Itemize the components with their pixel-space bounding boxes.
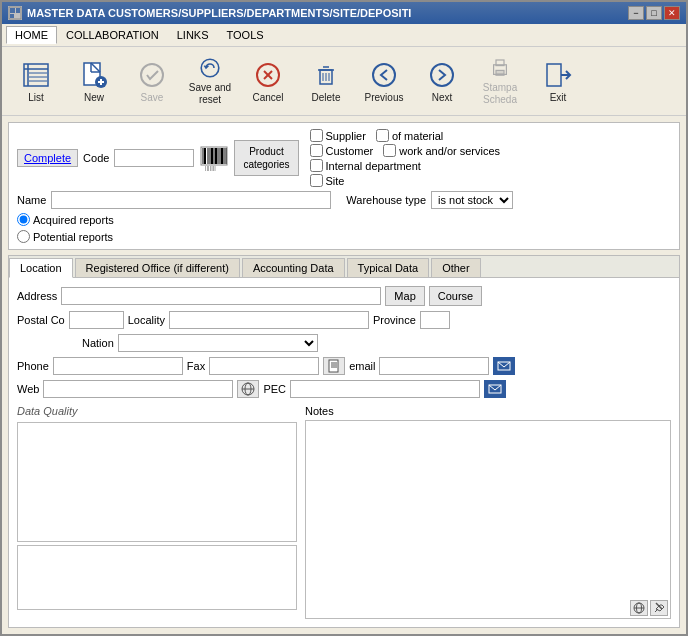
web-globe-button[interactable] — [237, 380, 259, 398]
pec-input[interactable] — [290, 380, 480, 398]
form-header: Complete Code — [8, 122, 680, 250]
new-button[interactable]: New — [66, 51, 122, 111]
site-checkbox[interactable] — [310, 174, 323, 187]
email-label: email — [349, 360, 375, 372]
svg-rect-35 — [547, 64, 561, 86]
name-label: Name — [17, 194, 46, 206]
nation-row: Nation — [17, 334, 671, 352]
province-input[interactable] — [420, 311, 450, 329]
previous-button[interactable]: Previous — [356, 51, 412, 111]
notes-pin-icon[interactable] — [650, 600, 668, 616]
course-button[interactable]: Course — [429, 286, 482, 306]
internal-dept-checkbox-row: Internal department — [310, 159, 421, 172]
customer-checkbox-row: Customer — [310, 144, 374, 157]
menu-tools[interactable]: TOOLS — [218, 26, 273, 44]
menu-bar: HOME COLLABORATION LINKS TOOLS — [2, 24, 686, 47]
print-icon — [485, 56, 515, 80]
customer-checkbox[interactable] — [310, 144, 323, 157]
notes-label: Notes — [305, 405, 671, 417]
warehouse-select[interactable]: is not stock stock — [431, 191, 513, 209]
supplier-checkbox[interactable] — [310, 129, 323, 142]
product-categories-label: Productcategories — [243, 145, 289, 171]
pec-label: PEC — [263, 383, 286, 395]
fax-input[interactable] — [209, 357, 319, 375]
maximize-button[interactable]: □ — [646, 6, 662, 20]
work-services-checkbox[interactable] — [383, 144, 396, 157]
svg-point-29 — [431, 64, 453, 86]
save-button: Save — [124, 51, 180, 111]
exit-icon — [543, 60, 573, 90]
email-send-button[interactable] — [493, 357, 515, 375]
delete-button[interactable]: Delete — [298, 51, 354, 111]
tab-typical-data[interactable]: Typical Data — [347, 258, 430, 277]
svg-point-28 — [373, 64, 395, 86]
svg-text:|||||||: ||||||| — [205, 165, 216, 171]
save-reset-button[interactable]: Save and reset — [182, 51, 238, 111]
cancel-icon — [253, 60, 283, 90]
data-quality-label: Data Quality — [17, 405, 297, 417]
lower-left-box — [17, 545, 297, 610]
cancel-button[interactable]: Cancel — [240, 51, 296, 111]
tab-container: Location Registered Office (if different… — [8, 255, 680, 628]
product-categories-button[interactable]: Productcategories — [234, 140, 298, 176]
postal-row: Postal Co Locality Province — [17, 311, 671, 329]
tab-location[interactable]: Location — [9, 258, 73, 278]
of-material-checkbox[interactable] — [376, 129, 389, 142]
address-row: Address Map Course — [17, 286, 671, 306]
nation-select[interactable] — [118, 334, 318, 352]
menu-collaboration[interactable]: COLLABORATION — [57, 26, 168, 44]
potential-radio-row: Potential reports — [17, 230, 113, 243]
toolbar: List New Save — [2, 47, 686, 116]
postal-label: Postal Co — [17, 314, 65, 326]
stampa-button: Stampa Scheda — [472, 51, 528, 111]
web-label: Web — [17, 383, 39, 395]
menu-links[interactable]: LINKS — [168, 26, 218, 44]
menu-home[interactable]: HOME — [6, 26, 57, 44]
svg-point-17 — [141, 64, 163, 86]
web-row: Web PEC — [17, 380, 671, 398]
code-input[interactable] — [114, 149, 194, 167]
complete-button[interactable]: Complete — [17, 149, 78, 167]
address-input[interactable] — [61, 287, 381, 305]
phone-label: Phone — [17, 360, 49, 372]
web-input[interactable] — [43, 380, 233, 398]
nation-label: Nation — [82, 337, 114, 349]
email-input[interactable] — [379, 357, 489, 375]
internal-dept-checkbox[interactable] — [310, 159, 323, 172]
acquired-radio[interactable] — [17, 213, 30, 226]
notes-globe-icon[interactable] — [630, 600, 648, 616]
name-input[interactable] — [51, 191, 331, 209]
tab-other[interactable]: Other — [431, 258, 481, 277]
svg-rect-51 — [329, 360, 338, 372]
phone-input[interactable] — [53, 357, 183, 375]
map-button[interactable]: Map — [385, 286, 424, 306]
new-icon — [79, 60, 109, 90]
delete-icon — [311, 60, 341, 90]
close-button[interactable]: ✕ — [664, 6, 680, 20]
fax-doc-button[interactable] — [323, 357, 345, 375]
acquired-radio-row: Acquired reports — [17, 213, 114, 226]
notes-scrollable[interactable] — [305, 420, 671, 619]
tab-registered-office[interactable]: Registered Office (if different) — [75, 258, 240, 277]
fax-label: Fax — [187, 360, 205, 372]
potential-radio[interactable] — [17, 230, 30, 243]
next-button[interactable]: Next — [414, 51, 470, 111]
svg-rect-1 — [10, 8, 15, 13]
minimize-button[interactable]: − — [628, 6, 644, 20]
svg-rect-2 — [16, 8, 20, 13]
site-checkbox-row: Site — [310, 174, 345, 187]
locality-input[interactable] — [169, 311, 369, 329]
supplier-checkbox-row: Supplier — [310, 129, 366, 142]
pec-send-button[interactable] — [484, 380, 506, 398]
exit-button[interactable]: Exit — [530, 51, 586, 111]
code-label: Code — [83, 152, 109, 164]
postal-input[interactable] — [69, 311, 124, 329]
tab-accounting-data[interactable]: Accounting Data — [242, 258, 345, 277]
list-button[interactable]: List — [8, 51, 64, 111]
warehouse-type-label: Warehouse type — [346, 194, 426, 206]
tab-content-location: Address Map Course Postal Co Locality Pr… — [9, 278, 679, 627]
barcode-button[interactable]: ||||||| — [199, 143, 229, 173]
of-material-checkbox-row: of material — [376, 129, 443, 142]
title-bar-controls: − □ ✕ — [628, 6, 680, 20]
notes-textarea[interactable] — [306, 421, 670, 618]
